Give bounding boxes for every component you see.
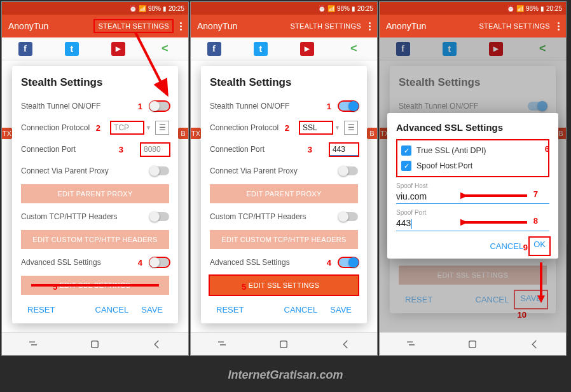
clock-text: 20:25 bbox=[546, 5, 562, 12]
edit-ssl-settings-button[interactable]: EDIT SSL SETTINGS bbox=[210, 276, 358, 295]
tune-icon[interactable]: ☰ bbox=[155, 121, 169, 135]
annotation-8: 8 bbox=[533, 216, 538, 226]
annotation-4: 4 bbox=[138, 258, 142, 267]
protocol-select[interactable]: SSL bbox=[300, 122, 332, 133]
annotation-6: 6 bbox=[545, 144, 549, 154]
true-ssl-label: True SSL (Anti DPI) bbox=[416, 146, 486, 155]
back-icon[interactable] bbox=[529, 339, 540, 350]
recents-icon[interactable] bbox=[216, 339, 228, 350]
clock-text: 20:25 bbox=[357, 5, 373, 12]
protocol-select[interactable]: TCP bbox=[111, 122, 143, 133]
signal-icon: 📶 bbox=[516, 5, 524, 12]
app-title: AnonyTun bbox=[8, 21, 95, 31]
custom-toggle[interactable] bbox=[150, 212, 169, 221]
edit-parent-proxy-button[interactable]: EDIT PARENT PROXY bbox=[210, 184, 358, 203]
share-row: f t ▶ < bbox=[191, 37, 377, 60]
annotation-arrow bbox=[460, 217, 530, 227]
stealth-settings-button[interactable]: STEALTH SETTINGS bbox=[479, 22, 550, 30]
twitter-icon[interactable]: t bbox=[65, 42, 79, 56]
save-button[interactable]: SAVE bbox=[324, 301, 358, 318]
annotation-2: 2 bbox=[285, 123, 289, 133]
twitter-icon[interactable]: t bbox=[254, 42, 268, 56]
screenshot-2: ⏰ 📶 98% ▮ 20:25 AnonyTun STEALTH SETTING… bbox=[190, 1, 378, 356]
ssl-toggle[interactable] bbox=[339, 258, 358, 267]
recents-icon[interactable] bbox=[27, 339, 39, 350]
annotation-3: 3 bbox=[119, 145, 123, 154]
overflow-menu-icon[interactable] bbox=[369, 22, 371, 30]
stealth-settings-button[interactable]: STEALTH SETTINGS bbox=[95, 20, 172, 32]
screenshot-3: ⏰ 📶 98% ▮ 20:25 AnonyTun STEALTH SETTING… bbox=[379, 1, 567, 356]
youtube-icon[interactable]: ▶ bbox=[300, 42, 314, 56]
app-title: AnonyTun bbox=[197, 21, 290, 31]
alarm-icon: ⏰ bbox=[507, 5, 514, 12]
tunnel-toggle[interactable] bbox=[339, 102, 358, 111]
share-icon[interactable]: < bbox=[347, 42, 361, 56]
advanced-ssl-dialog: Advanced SSL Settings ✓ True SSL (Anti D… bbox=[387, 113, 558, 259]
youtube-icon[interactable]: ▶ bbox=[111, 42, 125, 56]
spoof-host-label: Spoof Host bbox=[396, 182, 549, 189]
overflow-menu-icon[interactable] bbox=[180, 22, 182, 30]
status-bar: ⏰ 📶 98% ▮ 20:25 bbox=[2, 2, 188, 15]
annotation-3: 3 bbox=[308, 145, 312, 154]
overflow-menu-icon[interactable] bbox=[558, 22, 560, 30]
home-icon[interactable] bbox=[467, 339, 478, 350]
dialog-title: Stealth Settings bbox=[21, 76, 169, 89]
svg-rect-17 bbox=[409, 344, 415, 346]
cancel-button[interactable]: CANCEL bbox=[278, 301, 324, 318]
back-icon[interactable] bbox=[151, 339, 163, 350]
annotation-1: 1 bbox=[138, 102, 142, 111]
tune-icon[interactable]: ☰ bbox=[344, 121, 358, 135]
cancel-button[interactable]: CANCEL bbox=[89, 301, 135, 318]
app-bar: AnonyTun STEALTH SETTINGS bbox=[2, 15, 188, 37]
annotation-1: 1 bbox=[327, 102, 331, 111]
parent-toggle[interactable] bbox=[150, 166, 169, 175]
reset-button[interactable]: RESET bbox=[210, 301, 250, 318]
battery-icon: ▮ bbox=[352, 5, 355, 12]
facebook-icon[interactable]: f bbox=[18, 42, 32, 56]
port-input[interactable]: 8080 bbox=[141, 144, 169, 156]
svg-rect-11 bbox=[220, 344, 226, 346]
edge-right: B bbox=[367, 128, 377, 139]
facebook-icon[interactable]: f bbox=[207, 42, 221, 56]
share-row: f t ▶ < bbox=[2, 37, 188, 60]
svg-rect-18 bbox=[469, 341, 476, 348]
battery-icon: ▮ bbox=[163, 5, 167, 12]
stealth-settings-dialog: Stealth Settings Stealth Tunnel ON/OFF 1… bbox=[201, 66, 367, 323]
ssl-dialog-title: Advanced SSL Settings bbox=[396, 122, 549, 133]
alarm-icon: ⏰ bbox=[318, 5, 326, 12]
port-input[interactable]: 443 bbox=[330, 144, 358, 156]
back-icon[interactable] bbox=[340, 339, 352, 350]
share-icon[interactable]: < bbox=[158, 42, 172, 56]
recents-icon[interactable] bbox=[405, 339, 416, 350]
signal-icon: 📶 bbox=[139, 5, 146, 12]
home-icon[interactable] bbox=[89, 339, 100, 350]
screenshot-1: ⏰ 📶 98% ▮ 20:25 AnonyTun STEALTH SETTING… bbox=[1, 1, 189, 356]
parent-label: Connect Via Parent Proxy bbox=[210, 166, 339, 175]
annotation-5: 5 bbox=[53, 282, 57, 292]
true-ssl-checkbox[interactable]: ✓ bbox=[401, 145, 411, 156]
battery-text: 98% bbox=[337, 5, 350, 12]
battery-icon: ▮ bbox=[540, 5, 544, 12]
custom-toggle[interactable] bbox=[339, 212, 358, 221]
edge-right: B bbox=[178, 128, 188, 139]
annotation-arrow bbox=[460, 191, 530, 201]
parent-label: Connect Via Parent Proxy bbox=[21, 166, 150, 175]
spoof-port-label: Spoof Port bbox=[396, 209, 549, 216]
alarm-icon: ⏰ bbox=[129, 5, 137, 12]
edit-ssl-settings-button[interactable]: EDIT SSL SETTINGS bbox=[21, 276, 169, 295]
ssl-ok-button[interactable]: OK bbox=[530, 238, 549, 255]
reset-button[interactable]: RESET bbox=[21, 301, 61, 318]
edit-custom-headers-button[interactable]: EDIT CUSTOM TCP/HTTP HEADERS bbox=[21, 230, 169, 249]
clock-text: 20:25 bbox=[169, 5, 184, 12]
home-icon[interactable] bbox=[278, 339, 289, 350]
save-button[interactable]: SAVE bbox=[135, 301, 169, 318]
parent-toggle[interactable] bbox=[339, 166, 358, 175]
stealth-settings-button[interactable]: STEALTH SETTINGS bbox=[290, 22, 361, 30]
ssl-toggle[interactable] bbox=[150, 258, 169, 267]
spoof-host-port-checkbox[interactable]: ✓ bbox=[401, 161, 411, 171]
edit-custom-headers-button[interactable]: EDIT CUSTOM TCP/HTTP HEADERS bbox=[210, 230, 358, 249]
edit-parent-proxy-button[interactable]: EDIT PARENT PROXY bbox=[21, 184, 169, 203]
ssl-label: Advanced SSL Settings bbox=[21, 258, 150, 267]
tunnel-toggle[interactable] bbox=[150, 102, 169, 111]
svg-rect-10 bbox=[218, 341, 224, 342]
